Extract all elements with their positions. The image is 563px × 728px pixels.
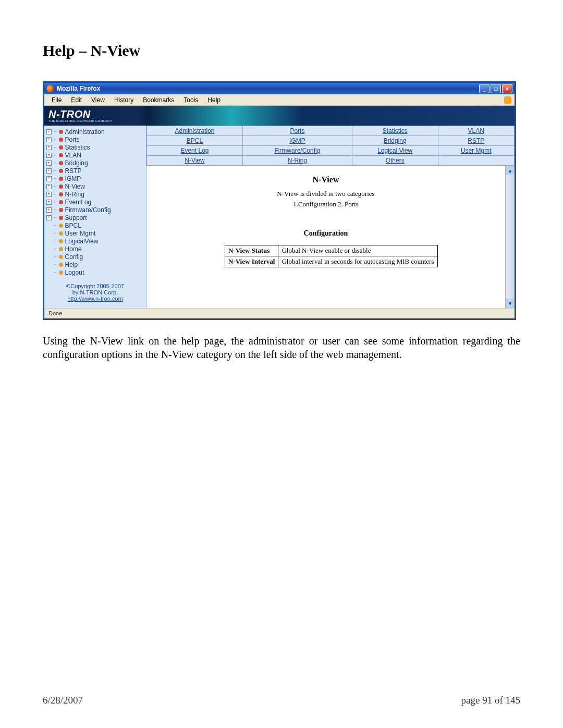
maximize-button[interactable]: □ <box>491 84 501 93</box>
tree-eventlog[interactable]: +··EventLog <box>46 198 144 206</box>
scroll-down-icon[interactable]: ▼ <box>506 299 515 308</box>
menu-history[interactable]: History <box>110 95 138 105</box>
nav-tree: +··Administration +··Ports +··Statistics… <box>46 128 144 276</box>
tree-rstp[interactable]: +··RSTP <box>46 167 144 175</box>
menu-file[interactable]: File <box>47 95 66 105</box>
grid-empty <box>438 156 514 166</box>
row-status-val: Global N-View enable or disable <box>278 245 437 256</box>
grid-nview[interactable]: N-View <box>147 156 243 166</box>
leaf-icon <box>59 263 63 267</box>
grid-logicalview[interactable]: Logical View <box>352 146 438 156</box>
window-title: Mozilla Firefox <box>57 85 100 92</box>
tree-config[interactable]: ··Config <box>46 253 144 261</box>
rss-icon <box>504 96 511 104</box>
leaf-icon <box>59 224 63 228</box>
copyright-link[interactable]: http://www.n-tron.com <box>47 295 143 302</box>
expand-icon[interactable]: + <box>46 145 52 150</box>
grid-vlan[interactable]: VLAN <box>438 126 514 136</box>
menu-tools[interactable]: Tools <box>179 95 202 105</box>
expand-icon[interactable]: + <box>46 137 52 142</box>
help-link-grid: Administration Ports Statistics VLAN BPC… <box>146 126 515 166</box>
tree-support[interactable]: +··Support <box>46 214 144 221</box>
logo-text: N-TRON <box>48 108 91 120</box>
folder-icon <box>59 138 63 142</box>
tree-nview[interactable]: +··N-View <box>46 182 144 190</box>
expand-icon[interactable]: + <box>46 176 52 181</box>
expand-icon[interactable]: + <box>46 200 52 205</box>
grid-eventlog[interactable]: Event Log <box>147 146 243 156</box>
folder-icon <box>59 153 63 157</box>
menu-edit[interactable]: Edit <box>67 95 86 105</box>
ntron-logo: N-TRON THE INDUSTRIAL NETWORK COMPANY <box>48 109 112 122</box>
tree-home[interactable]: ··Home <box>46 245 144 253</box>
grid-bpcl[interactable]: BPCL <box>147 136 243 146</box>
content-intro2: 1.Configuration 2. Ports <box>157 200 495 208</box>
grid-nring[interactable]: N-Ring <box>242 156 352 166</box>
folder-icon <box>59 208 63 212</box>
content-heading: N-View <box>157 175 495 184</box>
tree-administration[interactable]: +··Administration <box>46 128 144 135</box>
firefox-icon <box>46 85 54 92</box>
tree-vlan[interactable]: +··VLAN <box>46 151 144 159</box>
row-interval-key: N-View Interval <box>225 256 278 267</box>
expand-icon[interactable]: + <box>46 192 52 197</box>
minimize-button[interactable]: _ <box>479 84 489 93</box>
sidebar: +··Administration +··Ports +··Statistics… <box>44 126 146 308</box>
page-footer: 6/28/2007 page 91 of 145 <box>43 695 520 706</box>
menubar: File Edit View History Bookmarks Tools H… <box>44 94 515 106</box>
grid-usermgmt[interactable]: User Mgmt <box>438 146 514 156</box>
folder-icon <box>59 130 63 134</box>
row-interval-val: Global interval in seconds for autocasti… <box>278 256 437 267</box>
grid-administration[interactable]: Administration <box>147 126 243 136</box>
titlebar: Mozilla Firefox _ □ × <box>44 83 515 94</box>
leaf-icon <box>59 247 63 251</box>
tree-firmware[interactable]: +··Firmware/Config <box>46 206 144 214</box>
doc-title: Help – N-View <box>43 42 520 59</box>
tree-igmp[interactable]: +··IGMP <box>46 175 144 182</box>
tree-ports[interactable]: +··Ports <box>46 135 144 143</box>
scrollbar[interactable]: ▲ ▼ <box>505 166 515 308</box>
expand-icon[interactable]: + <box>46 129 52 134</box>
tree-usermgmt[interactable]: ··User Mgmt <box>46 229 144 237</box>
grid-ports[interactable]: Ports <box>242 126 352 136</box>
folder-icon <box>59 216 63 220</box>
expand-icon[interactable]: + <box>46 168 52 174</box>
tree-statistics[interactable]: +··Statistics <box>46 143 144 151</box>
tree-logout[interactable]: ··Logout <box>46 268 144 276</box>
expand-icon[interactable]: + <box>46 215 52 220</box>
grid-statistics[interactable]: Statistics <box>352 126 438 136</box>
tree-bridging[interactable]: +··Bridging <box>46 159 144 167</box>
leaf-icon <box>59 270 63 275</box>
scroll-up-icon[interactable]: ▲ <box>506 166 515 175</box>
banner: N-TRON THE INDUSTRIAL NETWORK COMPANY <box>44 106 515 126</box>
copyright-block: ©Copyright 2005-2007 by N-TRON Corp. htt… <box>46 280 144 306</box>
row-status-key: N-View Status <box>225 245 278 256</box>
tree-nring[interactable]: +··N-Ring <box>46 190 144 198</box>
browser-window: Mozilla Firefox _ □ × File Edit View His… <box>43 81 516 320</box>
expand-icon[interactable]: + <box>46 184 52 189</box>
grid-firmware[interactable]: Firmware/Config <box>242 146 352 156</box>
folder-icon <box>59 200 63 204</box>
grid-igmp[interactable]: IGMP <box>242 136 352 146</box>
content-pane: N-View N-View is divided in two categori… <box>146 166 505 308</box>
copyright-line1: ©Copyright 2005-2007 <box>47 283 143 289</box>
statusbar: Done <box>44 308 515 318</box>
tree-help[interactable]: ··Help <box>46 261 144 268</box>
leaf-icon <box>59 255 63 259</box>
menu-view[interactable]: View <box>87 95 109 105</box>
menu-help[interactable]: Help <box>203 95 225 105</box>
expand-icon[interactable]: + <box>46 207 52 213</box>
main-panel: Administration Ports Statistics VLAN BPC… <box>146 126 515 308</box>
expand-icon[interactable]: + <box>46 161 52 166</box>
grid-bridging[interactable]: Bridging <box>352 136 438 146</box>
content-section: Configuration <box>157 229 495 238</box>
copyright-line2: by N-TRON Corp. <box>47 289 143 295</box>
grid-rstp[interactable]: RSTP <box>438 136 514 146</box>
tree-bpcl[interactable]: ··BPCL <box>46 221 144 229</box>
menu-bookmarks[interactable]: Bookmarks <box>139 95 178 105</box>
tree-logicalview[interactable]: ··LogicalView <box>46 237 144 245</box>
close-button[interactable]: × <box>502 84 512 93</box>
leaf-icon <box>59 239 63 243</box>
grid-others[interactable]: Others <box>352 156 438 166</box>
expand-icon[interactable]: + <box>46 153 52 158</box>
